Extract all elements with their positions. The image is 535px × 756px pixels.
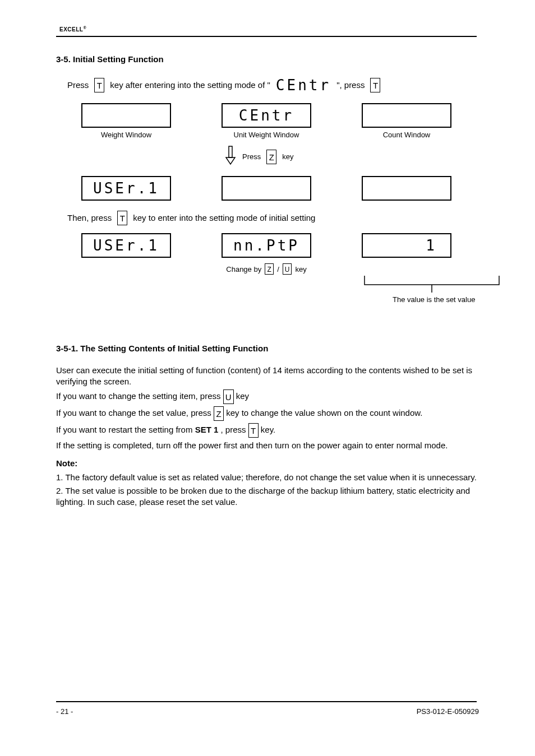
text: key to enter into the setting mode of in… [133,212,315,224]
page-number: - 21 - [56,707,73,717]
note-heading: Note: [56,458,479,469]
display-row-3: USEr.1 nn.PtP Change by Z / U key 1 [67,233,479,275]
unit-weight-window-box: CEntr [222,103,311,128]
para-1: User can execute the initial setting of … [56,365,479,388]
text: / [277,265,279,275]
text: Then, press [67,212,112,224]
instruction-line-1: Press T key after entering into the sett… [67,76,479,95]
text: ", press [336,80,365,91]
note-1: 1. The factory default value is set as r… [56,472,479,483]
key-Z: Z [214,406,224,421]
para-4: If you want to restart the setting from … [56,423,479,438]
para-3: If you want to change the set value, pre… [56,406,479,421]
text: , press [220,425,248,434]
text: If you want to restart the setting from [56,425,195,434]
display-row-2: USEr.1 [67,176,479,201]
bracket-annotation: The value is the set value [359,270,505,293]
weight-window-label: Weight Window [101,130,151,140]
svg-rect-4 [229,146,232,157]
note-2: 2. The set value is possible to be broke… [56,485,479,508]
arrow-down-icon [224,145,237,168]
count-window-label: Count Window [383,130,431,140]
text: Press [242,152,261,162]
key-T: T [370,78,380,92]
text: key after entering into the setting mode… [110,80,270,91]
unit-weight-window-label: Unit Weight Window [234,130,299,140]
logo-text: EXCELL® [59,25,86,34]
text: key to change the value shown on the cou… [226,408,422,418]
text: If you want to change the setting item, … [56,391,223,401]
section-3-5-1: 3-5-1. The Setting Contents of Initial S… [56,343,479,508]
text: key [295,265,306,275]
text: If you want to change the set value, pre… [56,408,214,418]
segment-USEr1: USEr.1 [81,233,171,258]
key-T: T [117,211,127,225]
segment-inline-CEntr: CEntr [276,76,331,95]
arrow-z-row: Press Z key [224,145,479,168]
bracket-note-text: The value is the set value [393,295,475,305]
page-footer: - 21 - PS3-012-E-050929 [56,707,479,717]
display-row-1: Weight Window CEntr Unit Weight Window C… [67,103,479,140]
key-T: T [248,423,259,438]
segment-nnPtP: nn.PtP [222,233,311,258]
svg-marker-5 [226,157,235,164]
key-T: T [94,78,104,92]
section-3-5-1-heading: 3-5-1. The Setting Contents of Initial S… [56,343,479,354]
set1-label: SET 1 [195,425,219,434]
segment-1: 1 [362,233,451,258]
para-5: If the setting is completed, turn off th… [56,440,479,451]
key-Z-small: Z [265,263,274,275]
blank-box [362,176,451,201]
key-U: U [223,389,234,404]
text: key [236,391,249,401]
instruction-line-2: Then, press T key to enter into the sett… [67,211,479,225]
key-U-small: U [283,263,292,275]
section-3-5-heading: 3-5. Initial Setting Function [56,54,479,65]
header-divider [56,36,477,37]
text: Press [67,80,89,91]
doc-code: PS3-012-E-050929 [417,707,479,717]
page-header: EXCELL® [56,22,479,34]
blank-box [222,176,311,201]
text: key [282,152,293,162]
segment-USEr1: USEr.1 [81,176,171,201]
footer-divider [56,701,477,702]
para-2: If you want to change the setting item, … [56,389,479,404]
key-Z: Z [266,150,276,164]
weight-window-box [81,103,171,128]
text: key. [261,425,275,434]
text: Change by [226,265,261,275]
count-window-box [362,103,451,128]
change-by-zu: Change by Z / U key [226,263,306,275]
